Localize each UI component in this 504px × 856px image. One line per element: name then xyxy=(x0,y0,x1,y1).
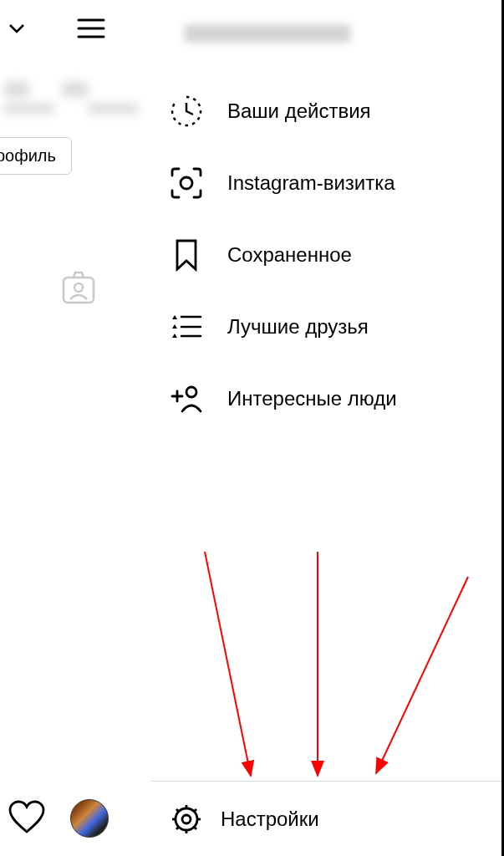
svg-marker-6 xyxy=(172,315,177,319)
svg-point-4 xyxy=(74,283,83,292)
discover-people-icon xyxy=(169,381,204,416)
svg-line-22 xyxy=(194,827,196,829)
profile-avatar[interactable] xyxy=(70,799,109,838)
tagged-tab-icon[interactable] xyxy=(59,268,99,308)
svg-point-14 xyxy=(186,387,196,397)
menu-item-nametag[interactable]: Instagram-визитка xyxy=(169,147,501,219)
settings-label: Настройки xyxy=(221,808,319,831)
profile-stats-blurred xyxy=(0,82,150,114)
activity-icon xyxy=(169,94,204,129)
bottom-nav xyxy=(0,781,150,856)
gear-icon xyxy=(169,802,204,837)
menu-label: Лучшие друзья xyxy=(227,314,369,339)
edit-profile-button[interactable]: ть профиль xyxy=(0,137,72,175)
svg-line-21 xyxy=(176,809,179,812)
menu-item-saved[interactable]: Сохраненное xyxy=(169,219,501,291)
menu-label: Instagram-визитка xyxy=(227,171,395,196)
menu-item-discover-people[interactable]: Интересные люди xyxy=(169,363,501,435)
menu-item-activity[interactable]: Ваши действия xyxy=(169,75,501,147)
chevron-down-icon[interactable] xyxy=(7,18,27,38)
menu-label: Сохраненное xyxy=(227,242,352,268)
username-blurred xyxy=(184,24,351,43)
svg-marker-10 xyxy=(172,334,177,338)
svg-line-23 xyxy=(176,827,179,829)
menu-label: Интересные люди xyxy=(227,386,397,411)
heart-icon[interactable] xyxy=(8,800,45,837)
settings-button[interactable]: Настройки xyxy=(150,781,501,856)
qr-icon xyxy=(169,166,204,201)
svg-point-16 xyxy=(182,815,191,823)
drawer-menu-list: Ваши действия Instagram-визитка xyxy=(150,75,501,435)
side-drawer: Ваши действия Instagram-визитка xyxy=(150,0,504,856)
svg-rect-3 xyxy=(64,278,94,303)
svg-marker-8 xyxy=(172,324,177,329)
drawer-header xyxy=(150,17,501,50)
menu-label: Ваши действия xyxy=(227,99,371,124)
svg-line-24 xyxy=(194,809,196,812)
bookmark-icon xyxy=(169,237,204,273)
edit-profile-label: ть профиль xyxy=(0,146,56,165)
hamburger-menu-icon[interactable] xyxy=(77,17,105,40)
profile-background: ть профиль xyxy=(0,0,150,856)
menu-item-close-friends[interactable]: Лучшие друзья xyxy=(169,291,501,363)
close-friends-icon xyxy=(169,309,204,344)
svg-point-5 xyxy=(181,177,192,189)
